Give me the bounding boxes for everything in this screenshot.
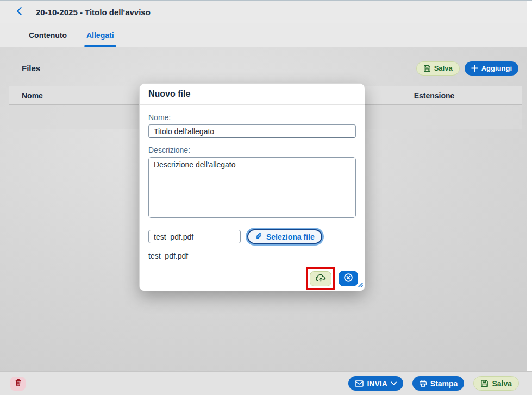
footer-save-button[interactable]: Salva bbox=[473, 376, 519, 391]
plus-icon bbox=[471, 65, 478, 72]
files-save-button[interactable]: Salva bbox=[416, 61, 460, 76]
save-icon bbox=[423, 65, 431, 72]
scrollbar-track[interactable] bbox=[527, 1, 532, 372]
upload-button[interactable] bbox=[310, 271, 331, 286]
new-file-dialog: Nuovo file Nome: Descrizione: Descrizion… bbox=[139, 83, 365, 291]
circle-x-icon bbox=[343, 273, 353, 284]
tab-bar: Contenuto Allegati bbox=[0, 23, 532, 47]
files-toolbar: Files Salva Aggiungi bbox=[9, 57, 522, 80]
app-window: 20-10-2025 - Titolo dell'avviso Contenut… bbox=[0, 0, 532, 395]
tab-contenuto[interactable]: Contenuto bbox=[29, 23, 67, 47]
envelope-icon bbox=[355, 380, 364, 387]
printer-icon bbox=[419, 379, 427, 387]
dialog-title: Nuovo file bbox=[148, 89, 190, 99]
dialog-body: Nome: Descrizione: Descrizione dell'alle… bbox=[140, 105, 365, 260]
print-button[interactable]: Stampa bbox=[412, 376, 465, 391]
column-header-estensione[interactable]: Estensione bbox=[347, 91, 522, 100]
delete-button[interactable] bbox=[10, 377, 26, 391]
name-input[interactable] bbox=[148, 124, 356, 138]
send-button[interactable]: INVIA bbox=[348, 376, 403, 391]
annotation-highlight-box bbox=[306, 267, 335, 290]
description-field-label: Descrizione: bbox=[148, 146, 356, 154]
chevron-down-icon bbox=[391, 381, 397, 385]
files-toolbar-actions: Salva Aggiungi bbox=[416, 61, 518, 76]
page-header: 20-10-2025 - Titolo dell'avviso bbox=[0, 1, 532, 23]
dialog-resize-handle[interactable] bbox=[356, 280, 363, 290]
name-field-label: Nome: bbox=[148, 113, 356, 122]
dialog-footer bbox=[140, 266, 365, 291]
selected-file-name: test_pdf.pdf bbox=[148, 252, 356, 260]
send-label: INVIA bbox=[367, 379, 387, 388]
back-button[interactable] bbox=[13, 6, 25, 18]
files-section-title: Files bbox=[22, 64, 40, 73]
footer-actions: INVIA Stampa Salva bbox=[348, 376, 519, 391]
cloud-upload-icon bbox=[315, 274, 327, 284]
chevron-left-icon bbox=[16, 7, 22, 17]
trash-icon bbox=[14, 378, 22, 388]
cancel-button[interactable] bbox=[339, 271, 358, 286]
dialog-header: Nuovo file bbox=[140, 84, 365, 105]
print-label: Stampa bbox=[430, 379, 458, 388]
save-icon bbox=[480, 379, 489, 387]
select-file-button[interactable]: Seleziona file bbox=[247, 229, 322, 244]
tab-label: Contenuto bbox=[29, 31, 67, 40]
files-save-label: Salva bbox=[434, 64, 453, 72]
files-add-label: Aggiungi bbox=[481, 64, 512, 72]
footer-toolbar: INVIA Stampa Salva bbox=[0, 371, 532, 395]
tab-label: Allegati bbox=[86, 31, 114, 40]
file-name-input[interactable] bbox=[148, 230, 241, 243]
select-file-label: Seleziona file bbox=[266, 233, 315, 241]
resize-grip-icon bbox=[356, 280, 363, 289]
paperclip-icon bbox=[255, 232, 263, 242]
page-title: 20-10-2025 - Titolo dell'avviso bbox=[36, 8, 151, 17]
files-add-button[interactable]: Aggiungi bbox=[465, 61, 518, 76]
footer-save-label: Salva bbox=[492, 379, 512, 388]
tab-allegati[interactable]: Allegati bbox=[86, 23, 114, 47]
file-select-row: Seleziona file bbox=[148, 229, 356, 244]
description-textarea[interactable]: Descrizione dell'allegato bbox=[148, 157, 356, 218]
